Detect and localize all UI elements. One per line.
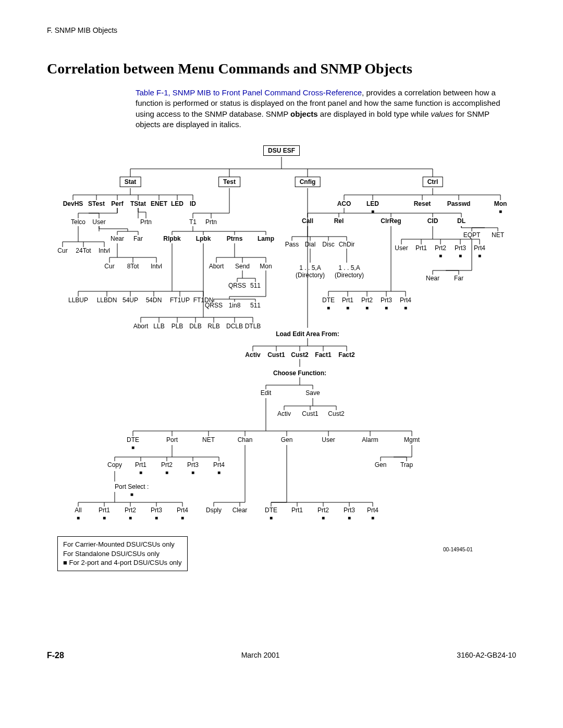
- node-devhs: DevHS: [63, 200, 83, 207]
- node-portselect: Port Select :■: [115, 483, 149, 498]
- node-511a: 511: [250, 282, 261, 289]
- node-dlb: DLB: [189, 323, 201, 330]
- node-perf: Perf: [111, 200, 123, 207]
- legend-line-2: For Standalone DSU/CSUs only: [63, 549, 182, 559]
- node-llb: LLB: [153, 323, 164, 330]
- node-dtec: DTE■: [322, 297, 335, 311]
- node-trap: Trap: [400, 461, 413, 468]
- node-user: User: [92, 218, 105, 226]
- node-pass: Pass: [285, 241, 299, 248]
- legend-box: For Carrier-Mounted DSU/CSUs only For St…: [57, 536, 188, 571]
- node-intvl2: Intvl: [151, 263, 162, 270]
- node-cp4: Prt4■: [213, 461, 225, 476]
- node-all: All■: [75, 507, 81, 521]
- menu-tree-diagram: DSU ESF Stat Test Cnfig Ctrl DevHS STest…: [47, 145, 516, 583]
- node-dp3: Prt3■: [344, 507, 355, 521]
- node-dl: DL: [457, 217, 466, 225]
- node-intvl1: Intvl: [99, 247, 110, 254]
- node-llbdn: LLBDN: [97, 297, 117, 304]
- node-telco: Telco: [71, 218, 85, 226]
- node-prt3c: Prt3■: [455, 244, 466, 259]
- doc-number: 3160-A2-GB24-10: [457, 651, 516, 660]
- table-link[interactable]: Table F-1, SNMP MIB to Front Panel Comma…: [136, 88, 362, 97]
- node-dte3: DTE■: [265, 507, 277, 521]
- node-ap4: Prt4■: [177, 507, 188, 521]
- node-cp1: Prt1■: [135, 461, 146, 476]
- node-dir2: 1 . . 5,A(Directory): [335, 264, 364, 279]
- node-stat: Stat: [120, 177, 141, 187]
- legend-line-3: ■ For 2-port and 4-port DSU/CSUs only: [63, 558, 182, 567]
- node-port: Port: [166, 436, 178, 443]
- node-prtn2: Prtn: [205, 218, 217, 226]
- node-id: ID: [190, 200, 196, 207]
- node-prt1d: Prt1■: [342, 297, 353, 311]
- node-alarm: Alarm: [362, 436, 378, 443]
- node-qrss2: QRSS: [205, 302, 223, 309]
- node-cust1: Cust1: [267, 351, 285, 359]
- node-cust2b: Cust2: [328, 410, 344, 417]
- node-tstat: TStat: [130, 200, 146, 207]
- node-clrreg: ClrReg: [381, 217, 401, 225]
- node-aco: ACO: [337, 200, 351, 207]
- node-near: Near: [111, 235, 124, 242]
- node-disc: Disc: [322, 241, 334, 248]
- node-monc: Mon■: [494, 200, 507, 215]
- node-userc: User: [395, 244, 408, 252]
- node-dtlb: DTLB: [245, 323, 261, 330]
- page-footer: F-28 March 2001 3160-A2-GB24-10: [47, 651, 516, 660]
- node-stest: STest: [88, 200, 105, 207]
- node-net2: NET: [202, 436, 215, 443]
- running-head: F. SNMP MIB Objects: [47, 26, 516, 34]
- node-mon: Mon: [260, 263, 272, 270]
- node-ledc: LED■: [366, 200, 379, 215]
- node-edit: Edit: [261, 389, 272, 397]
- node-user2: User: [322, 436, 335, 443]
- node-eqpt: EQPT: [463, 231, 481, 239]
- node-cust2: Cust2: [291, 351, 308, 359]
- node-cur2: Cur: [104, 263, 114, 270]
- node-cid: CID: [427, 217, 438, 225]
- node-gen: Gen: [281, 436, 293, 443]
- node-prt3d: Prt3■: [381, 297, 392, 311]
- node-enet: ENET: [151, 200, 167, 207]
- node-choose: Choose Function:: [273, 369, 326, 377]
- node-dir1: 1 . . 5,A(Directory): [296, 264, 325, 279]
- node-511b: 511: [250, 302, 261, 309]
- node-test: Test: [218, 177, 240, 187]
- node-1in8: 1in8: [229, 302, 241, 309]
- node-ap1: Prt1■: [99, 507, 110, 521]
- node-24tot: 24Tot: [76, 247, 91, 254]
- figure-number: 00-14945-01: [443, 547, 473, 552]
- node-gen2: Gen: [375, 461, 387, 468]
- footer-date: March 2001: [241, 651, 280, 660]
- node-qrss1: QRSS: [228, 282, 246, 289]
- node-t1: T1: [189, 218, 197, 226]
- node-nearc: Near: [426, 275, 439, 282]
- node-ft1up: FT1UP: [170, 297, 190, 304]
- node-dial: Dial: [305, 241, 316, 248]
- node-plb: PLB: [172, 323, 183, 330]
- node-abort2: Abort: [209, 263, 224, 270]
- node-ctrl: Ctrl: [423, 177, 443, 187]
- node-dte2: DTE■: [127, 436, 139, 451]
- page-number: F-28: [47, 651, 64, 660]
- node-rel: Rel: [334, 217, 344, 225]
- node-save: Save: [305, 389, 320, 397]
- node-dsu-esf: DSU ESF: [263, 145, 300, 156]
- node-dclb: DCLB: [226, 323, 243, 330]
- node-rlpbk: Rlpbk: [163, 235, 180, 242]
- node-cp2: Prt2■: [161, 461, 173, 476]
- node-prt2d: Prt2■: [361, 297, 373, 311]
- node-chan: Chan: [238, 436, 253, 443]
- node-fact2: Fact2: [338, 351, 354, 359]
- node-led: LED: [171, 200, 183, 207]
- intro-paragraph: Table F-1, SNMP MIB to Front Panel Comma…: [136, 88, 516, 130]
- node-fact1: Fact1: [315, 351, 331, 359]
- node-54up: 54UP: [123, 297, 138, 304]
- node-abort1: Abort: [133, 323, 149, 330]
- node-rlb: RLB: [207, 323, 219, 330]
- node-dp1: Prt1: [291, 507, 303, 514]
- node-prt4d: Prt4■: [400, 297, 411, 311]
- node-cust1b: Cust1: [302, 410, 318, 417]
- node-passwd: Passwd: [447, 200, 471, 207]
